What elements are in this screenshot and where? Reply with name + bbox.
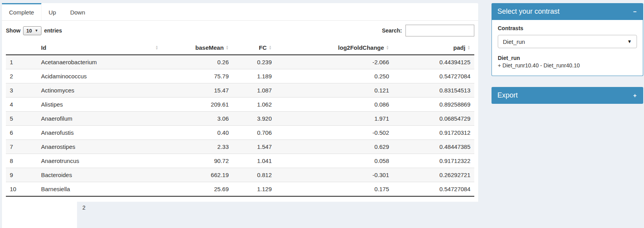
tab-panel-complete: Show 10 ▼ entries Search: Id▲▼baseMean▲▼…: [2, 21, 478, 228]
table-row: 2Acidaminococcus75.791.1890.2500.5472708…: [6, 69, 474, 83]
cell-index: 5: [6, 112, 37, 126]
cell-fc: 0.239: [233, 55, 276, 69]
search-input[interactable]: [405, 25, 474, 36]
cell-fc: 0.812: [233, 168, 276, 182]
table-row: 4Alistipes209.611.0620.0860.89258869: [6, 98, 474, 112]
cell-id: Anaerostipes: [37, 140, 162, 154]
tab-up[interactable]: Up: [41, 3, 63, 20]
cell-fc: 1.189: [233, 69, 276, 83]
table-row: 10Barnesiella25.691.1290.1750.54727084: [6, 182, 474, 197]
cell-basemean: 75.79: [162, 69, 233, 83]
cell-index: 10: [6, 182, 37, 197]
cell-id: Alistipes: [37, 98, 162, 112]
cell-id: Acetanaerobacterium: [37, 55, 162, 69]
cell-basemean: 0.26: [162, 55, 233, 69]
contrasts-label: Contrasts: [498, 25, 637, 31]
tab-bar: CompleteUpDown: [2, 3, 478, 21]
cell-log2foldchange: 1.971: [276, 112, 393, 126]
contrast-box-title: Select your contrast: [497, 7, 560, 16]
column-header-basemean[interactable]: baseMean▲▼: [162, 41, 233, 55]
cell-id: Anaerofilum: [37, 112, 162, 126]
cell-basemean: 15.47: [162, 83, 233, 98]
cell-log2foldchange: 0.175: [276, 182, 393, 197]
column-header-log2foldchange[interactable]: log2FoldChange▲▼: [276, 41, 393, 55]
page: CompleteUpDown Show 10 ▼ entries Search:: [0, 0, 644, 228]
cell-index: 6: [6, 126, 37, 140]
cell-basemean: 90.72: [162, 154, 233, 168]
cell-log2foldchange: -0.502: [276, 126, 393, 140]
export-box-header[interactable]: Export +: [492, 87, 643, 104]
contrast-box-header[interactable]: Select your contrast −: [492, 3, 643, 20]
cell-padj: 0.91712322: [393, 154, 474, 168]
cell-padj: 0.54727084: [393, 182, 474, 197]
cell-fc: 0.706: [233, 126, 276, 140]
table-body: 1Acetanaerobacterium0.260.239-2.0660.443…: [6, 55, 474, 196]
table-row: 3Actinomyces15.471.0870.1210.83154513: [6, 83, 474, 98]
cell-fc: 1.041: [233, 154, 276, 168]
page-length-select[interactable]: 10 ▼: [23, 26, 41, 35]
cell-fc: 1.087: [233, 83, 276, 98]
results-table: Id▲▼baseMean▲▼FC▲▼log2FoldChange▲▼padj▲▼…: [6, 41, 474, 197]
cell-padj: 0.54727084: [393, 69, 474, 83]
cell-padj: 0.48447385: [393, 140, 474, 154]
cell-padj: 0.91720312: [393, 126, 474, 140]
page-length-value: 10: [26, 28, 32, 34]
cell-log2foldchange: -2.066: [276, 55, 393, 69]
sort-icon: ▲▼: [467, 45, 470, 50]
cell-fc: 1.129: [233, 182, 276, 197]
table-row: 8Anaerotruncus90.721.0410.0580.91712322: [6, 154, 474, 168]
cell-basemean: 3.06: [162, 112, 233, 126]
show-label: Show: [6, 27, 20, 34]
contrast-formula: + Diet_runr10.40 - Diet_runr40.10: [498, 62, 637, 69]
cell-index: 9: [6, 168, 37, 182]
sort-icon: ▲▼: [386, 45, 389, 50]
cell-basemean: 2.33: [162, 140, 233, 154]
cell-index: 8: [6, 154, 37, 168]
search-label: Search:: [382, 27, 402, 34]
contrast-select[interactable]: Diet_run ▼: [498, 35, 637, 48]
cell-id: Acidaminococcus: [37, 69, 162, 83]
column-header-fc[interactable]: FC▲▼: [233, 41, 276, 55]
search-control: Search:: [382, 25, 474, 36]
table-row: 1Acetanaerobacterium0.260.239-2.0660.443…: [6, 55, 474, 69]
cell-basemean: 662.19: [162, 168, 233, 182]
cell-fc: 1.062: [233, 98, 276, 112]
cell-log2foldchange: 0.629: [276, 140, 393, 154]
page-length-control: Show 10 ▼ entries: [6, 26, 62, 35]
cell-log2foldchange: -0.301: [276, 168, 393, 182]
pagination-2[interactable]: 2: [77, 202, 644, 228]
cell-padj: 0.26292721: [393, 168, 474, 182]
cell-id: Anaerotruncus: [37, 154, 162, 168]
cell-padj: 0.89258869: [393, 98, 474, 112]
column-header-id[interactable]: Id▲▼: [37, 41, 162, 55]
sidebar-panels: Select your contrast − Contrasts Diet_ru…: [492, 3, 643, 115]
table-row: 9Bacteroides662.190.812-0.3010.26292721: [6, 168, 474, 182]
cell-fc: 1.547: [233, 140, 276, 154]
cell-basemean: 209.61: [162, 98, 233, 112]
table-footer: Showing 1 to 10 of 77 entries Previous12…: [6, 197, 474, 228]
table-row: 6Anaerofustis0.400.706-0.5020.91720312: [6, 126, 474, 140]
entries-label: entries: [44, 27, 62, 34]
cell-id: Bacteroides: [37, 168, 162, 182]
cell-index: 1: [6, 55, 37, 69]
column-header-padj[interactable]: padj▲▼: [393, 41, 474, 55]
cell-padj: 0.44394125: [393, 55, 474, 69]
caret-down-icon: ▼: [35, 29, 38, 33]
collapse-plus-icon[interactable]: +: [632, 92, 637, 99]
chevron-down-icon: ▼: [627, 39, 632, 44]
tab-complete[interactable]: Complete: [2, 3, 41, 20]
cell-log2foldchange: 0.058: [276, 154, 393, 168]
cell-basemean: 25.69: [162, 182, 233, 197]
results-tabbox: CompleteUpDown Show 10 ▼ entries Search:: [2, 3, 478, 228]
pagination: Previous12345…8Next: [29, 202, 644, 228]
table-controls: Show 10 ▼ entries Search:: [6, 24, 474, 41]
tab-down[interactable]: Down: [63, 3, 92, 20]
cell-id: Barnesiella: [37, 182, 162, 197]
sort-icon: ▲▼: [269, 45, 272, 50]
cell-log2foldchange: 0.121: [276, 83, 393, 98]
contrast-name: Diet_run: [498, 55, 637, 61]
collapse-minus-icon[interactable]: −: [632, 8, 637, 15]
cell-padj: 0.06854729: [393, 112, 474, 126]
cell-fc: 3.920: [233, 112, 276, 126]
sort-icon: ▲▼: [226, 45, 229, 50]
